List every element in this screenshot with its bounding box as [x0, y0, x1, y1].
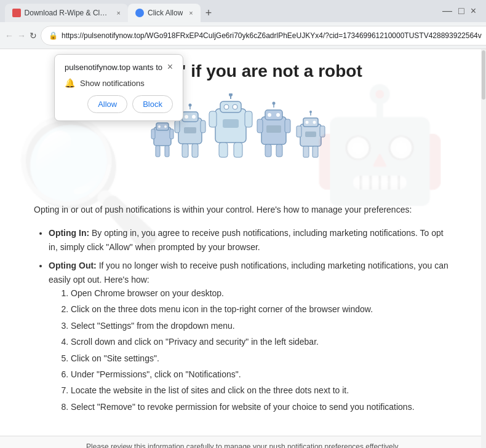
scrollbar[interactable]	[481, 49, 486, 448]
scrollbar-thumb[interactable]	[482, 50, 485, 100]
intro-text: Opting in or out of push notifications i…	[34, 203, 452, 216]
svg-rect-41	[265, 144, 271, 157]
svg-rect-9	[165, 146, 169, 157]
step-8: Select "Remove" to revoke permission for…	[71, 400, 452, 414]
popup-close-button[interactable]: ×	[167, 62, 173, 72]
tabs-bar: Download R-Wipe & Clean 20... × Click Al…	[5, 0, 440, 22]
popup-show-label: Show notifications	[80, 79, 145, 88]
step-3: Select "Settings" from the dropdown menu…	[71, 319, 452, 332]
footer-text: Please review this information carefully…	[86, 442, 400, 448]
svg-point-12	[185, 115, 188, 119]
step-7: Locate the website in the list of sites …	[71, 383, 452, 397]
tab2-favicon	[135, 9, 144, 17]
svg-rect-11	[182, 112, 198, 122]
svg-rect-50	[297, 126, 301, 137]
new-tab-button[interactable]: +	[201, 4, 217, 22]
tab1-favicon	[12, 9, 21, 17]
svg-rect-6	[151, 129, 155, 139]
svg-rect-28	[209, 111, 217, 127]
forward-button[interactable]: →	[17, 27, 26, 44]
popup-notification-row: 🔔 Show notifications	[65, 78, 173, 88]
svg-rect-29	[245, 111, 252, 127]
opting-out-text: If you no longer wish to receive push no…	[49, 261, 448, 284]
svg-rect-53	[313, 146, 318, 157]
svg-rect-52	[303, 146, 309, 157]
notification-popup: pulsenotifynow.top wants to × 🔔 Show not…	[54, 54, 183, 121]
opting-out-title: Opting Out:	[49, 261, 97, 270]
tab2-close[interactable]: ×	[189, 9, 193, 17]
minimize-button[interactable]: —	[442, 6, 452, 17]
svg-point-3	[164, 125, 167, 128]
maximize-button[interactable]: □	[458, 6, 464, 17]
window-controls: — □ ×	[442, 6, 481, 17]
step-4: Scroll down and click on "Privacy and se…	[71, 335, 452, 348]
opting-in-title: Opting In:	[49, 228, 89, 238]
bullet-list: Opting In: By opting in, you agree to re…	[49, 226, 452, 414]
bell-icon: 🔔	[65, 78, 75, 88]
steps-list: Open Chrome browser on your desktop. Cli…	[71, 286, 452, 414]
svg-point-2	[158, 125, 161, 128]
tab1-label: Download R-Wipe & Clean 20...	[25, 9, 111, 17]
opting-in-text: By opting in, you agree to receive push …	[49, 228, 444, 251]
back-button[interactable]: ←	[5, 27, 14, 44]
lock-icon: 🔒	[49, 31, 58, 40]
popup-header: pulsenotifynow.top wants to ×	[65, 62, 173, 72]
popup-buttons: Allow Block	[65, 95, 173, 113]
svg-rect-19	[182, 144, 188, 157]
navigation-bar: ← → ↻ 🔒 https://pulsenotifynow.top/WGo91…	[0, 22, 486, 49]
svg-point-45	[306, 121, 309, 124]
browser-window: Download R-Wipe & Clean 20... × Click Al…	[0, 0, 486, 448]
bullet-item-opting-in: Opting In: By opting in, you agree to re…	[49, 226, 452, 254]
svg-point-24	[233, 104, 237, 109]
step-5: Click on "Site settings".	[71, 352, 452, 365]
svg-rect-18	[201, 120, 205, 133]
step-2: Click on the three dots menu icon in the…	[71, 302, 452, 316]
block-button[interactable]: Block	[132, 95, 173, 113]
title-bar: Download R-Wipe & Clean 20... × Click Al…	[0, 0, 486, 22]
svg-rect-7	[170, 129, 173, 139]
svg-rect-49	[305, 132, 316, 137]
address-text: https://pulsenotifynow.top/WGo918FRxEP4C…	[62, 31, 482, 40]
svg-point-37	[273, 102, 276, 105]
svg-point-23	[224, 104, 229, 109]
svg-point-13	[192, 115, 196, 119]
page-content: pulsenotifynow.top wants to × 🔔 Show not…	[0, 49, 486, 448]
svg-rect-42	[276, 144, 282, 157]
step-6: Under "Permissions", click on "Notificat…	[71, 367, 452, 381]
svg-rect-16	[184, 127, 196, 133]
svg-rect-27	[223, 119, 239, 128]
svg-point-48	[309, 111, 312, 113]
footer-bar: Please review this information carefully…	[0, 436, 486, 448]
tab1-close[interactable]: ×	[117, 9, 121, 17]
tab2-label: Click Allow	[148, 9, 183, 17]
allow-button[interactable]: Allow	[87, 95, 127, 113]
bullet-item-opting-out: Opting Out: If you no longer wish to rec…	[49, 259, 452, 414]
step-1: Open Chrome browser on your desktop.	[71, 286, 452, 300]
svg-point-34	[268, 113, 271, 117]
svg-rect-20	[192, 144, 198, 157]
reload-button[interactable]: ↻	[30, 27, 37, 44]
address-bar[interactable]: 🔒 https://pulsenotifynow.top/WGo918FRxEP…	[41, 26, 486, 45]
svg-rect-51	[320, 126, 325, 137]
tab-download[interactable]: Download R-Wipe & Clean 20... ×	[5, 4, 128, 22]
svg-point-26	[229, 93, 233, 96]
svg-rect-8	[156, 146, 160, 157]
svg-rect-39	[257, 119, 263, 133]
svg-point-35	[276, 113, 280, 117]
tab-click-allow[interactable]: Click Allow ×	[128, 4, 201, 22]
svg-rect-40	[285, 119, 290, 133]
svg-rect-22	[220, 101, 241, 112]
svg-point-46	[313, 121, 316, 124]
svg-rect-17	[175, 120, 180, 133]
svg-point-15	[189, 104, 192, 107]
svg-rect-30	[219, 143, 228, 157]
svg-rect-38	[266, 125, 281, 133]
svg-rect-31	[234, 143, 242, 157]
popup-title: pulsenotifynow.top wants to	[65, 63, 162, 72]
close-button[interactable]: ×	[471, 6, 476, 17]
